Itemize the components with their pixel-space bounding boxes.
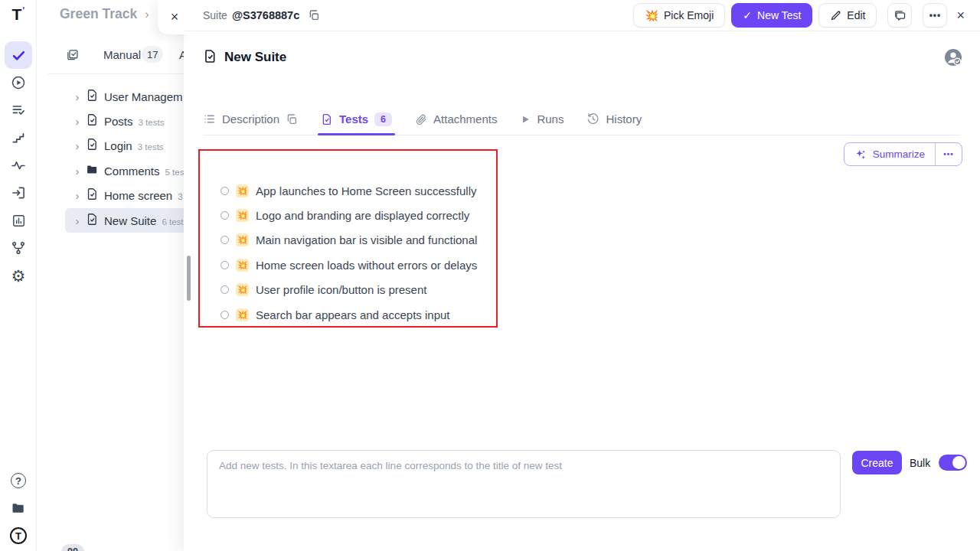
play-icon (520, 114, 531, 125)
chevron-right-icon[interactable]: › (74, 189, 81, 202)
app-logo-icon[interactable]: T' (0, 3, 37, 26)
tree-item-label: Login3 tests (104, 139, 164, 152)
test-title[interactable]: Home screen loads without errors or dela… (256, 259, 477, 272)
tests-nav-icon[interactable] (5, 41, 32, 69)
summarize-split-button: Summarize ••• (844, 142, 962, 166)
test-plans-nav-icon[interactable] (5, 96, 32, 124)
more-actions-button[interactable]: ••• (923, 3, 947, 28)
comments-button[interactable] (887, 3, 912, 28)
history-clock-icon (586, 112, 599, 126)
chevron-right-icon[interactable]: › (74, 115, 81, 128)
suite-doc-icon (86, 187, 99, 204)
chevron-right-icon[interactable]: › (74, 165, 81, 178)
test-radio-icon[interactable] (220, 285, 229, 294)
add-tests-area (207, 450, 841, 518)
chat-bubble-icon (893, 9, 906, 22)
boom-emoji-icon: 💥 (645, 9, 658, 21)
test-row[interactable]: 💥 Logo and branding are displayed correc… (220, 207, 469, 223)
test-radio-icon[interactable] (220, 211, 229, 220)
test-title[interactable]: User profile icon/button is present (256, 283, 426, 296)
suite-topbar: Suite @S3768887c 💥 Pick Emoji ✓ New Test… (184, 0, 980, 31)
tree-item-label: Home screen3 (104, 189, 183, 202)
gear-icon: ⚙ (11, 268, 26, 284)
tree-item-label: User Managem (104, 90, 188, 103)
steps-nav-icon[interactable] (5, 124, 32, 152)
new-test-button[interactable]: ✓ New Test (731, 3, 812, 28)
branches-nav-icon[interactable] (5, 234, 32, 262)
suite-doc-icon (203, 49, 217, 67)
test-title[interactable]: App launches to Home Screen successfully (256, 184, 476, 197)
reports-nav-icon[interactable] (5, 207, 32, 234)
close-suite-button[interactable]: × (956, 8, 965, 24)
tree-item-label: Comments5 tes (104, 165, 184, 178)
import-nav-icon[interactable] (5, 179, 32, 207)
new-tests-textarea[interactable] (207, 450, 841, 518)
suite-doc-icon (321, 113, 333, 126)
manual-filter-label[interactable]: Manual (103, 48, 141, 61)
paperclip-icon (415, 113, 427, 126)
testomat-badge-icon[interactable]: T (5, 522, 32, 549)
test-radio-icon[interactable] (220, 261, 229, 269)
projects-folder-icon[interactable] (5, 494, 32, 522)
tab-history[interactable]: History (586, 103, 642, 135)
copy-suite-id-icon[interactable] (308, 9, 320, 21)
ellipsis-icon: ••• (943, 150, 954, 158)
close-icon: × (956, 8, 965, 23)
test-title[interactable]: Main navigation bar is visible and funct… (256, 233, 477, 246)
test-emoji-badge: 💥 (236, 184, 249, 197)
suite-doc-icon (86, 213, 99, 229)
ellipsis-icon: ••• (929, 10, 942, 21)
summarize-button[interactable]: Summarize (844, 143, 935, 165)
test-radio-icon[interactable] (220, 311, 229, 319)
assignee-avatar[interactable] (943, 47, 963, 67)
bulk-label: Bulk (910, 457, 930, 469)
tests-count-badge: 6 (374, 112, 392, 126)
create-button[interactable]: Create (852, 451, 902, 474)
manual-count-badge: 17 (142, 46, 163, 63)
list-icon (203, 112, 216, 126)
ai-sparkle-icon (854, 148, 867, 161)
tab-attachments[interactable]: Attachments (415, 103, 497, 135)
suite-doc-icon (86, 89, 99, 105)
project-breadcrumb[interactable]: Green Track› (60, 6, 149, 22)
help-icon[interactable]: ? (5, 467, 32, 494)
pick-emoji-button[interactable]: 💥 Pick Emoji (633, 3, 725, 28)
tree-item-label: Posts3 tests (104, 115, 164, 128)
suite-title: New Suite (224, 50, 286, 65)
test-radio-icon[interactable] (220, 236, 229, 244)
test-title[interactable]: Search bar appears and accepts input (256, 308, 450, 321)
toggle-knob (952, 456, 965, 469)
test-row[interactable]: 💥 Search bar appears and accepts input (220, 306, 450, 323)
test-radio-icon[interactable] (220, 187, 229, 195)
chevron-right-icon[interactable]: › (74, 139, 81, 152)
tab-tests[interactable]: Tests 6 (321, 103, 392, 135)
summarize-more-button[interactable]: ••• (936, 143, 962, 165)
tree-item-label: New Suite6 test (104, 214, 184, 227)
test-row[interactable]: 💥 Main navigation bar is visible and fun… (220, 232, 477, 249)
test-row[interactable]: 💥 App launches to Home Screen successful… (220, 182, 476, 199)
copy-description-icon[interactable] (286, 113, 298, 126)
suite-tabs: Description Tests 6 Attachments Runs His… (203, 103, 961, 135)
test-emoji-badge: 💥 (236, 308, 249, 321)
edit-button[interactable]: Edit (818, 3, 877, 28)
test-emoji-badge: 💥 (236, 259, 249, 272)
chevron-right-icon[interactable]: › (74, 214, 81, 227)
project-name[interactable]: Green Track (60, 6, 137, 21)
pulse-nav-icon[interactable] (5, 152, 32, 179)
manual-tests-icon (66, 48, 79, 64)
folder-icon (86, 163, 99, 179)
settings-nav-icon[interactable]: ⚙ (5, 262, 32, 289)
test-title[interactable]: Logo and branding are displayed correctl… (256, 209, 469, 222)
check-icon: ✓ (743, 9, 752, 21)
runs-nav-icon[interactable] (5, 69, 32, 96)
bulk-toggle[interactable] (939, 455, 967, 471)
chevron-right-icon[interactable]: › (74, 90, 81, 103)
tab-description[interactable]: Description (203, 103, 298, 135)
test-row[interactable]: 💥 Home screen loads without errors or de… (220, 256, 477, 273)
suite-type-label: Suite (203, 9, 227, 21)
test-emoji-badge: 💥 (236, 283, 249, 296)
test-row[interactable]: 💥 User profile icon/button is present (220, 282, 426, 298)
panel-resize-handle[interactable] (187, 256, 191, 301)
suite-doc-icon (86, 138, 99, 154)
tab-runs[interactable]: Runs (520, 103, 564, 135)
